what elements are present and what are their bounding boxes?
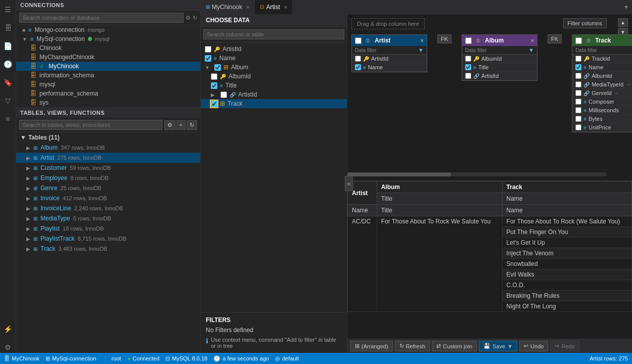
mychangedchinook-db-item[interactable]: 🗄 MyChangedChinook (16, 53, 200, 62)
check-album-albumid[interactable] (465, 56, 471, 62)
tvf-refresh-btn[interactable]: ↻ (187, 120, 197, 130)
check-artistid-fk[interactable] (220, 92, 227, 98)
layers-icon[interactable]: ▽ (3, 95, 14, 106)
refresh-button[interactable]: ↻ Refresh (395, 341, 430, 351)
performance-schema-db-item[interactable]: 🗄 performance_schema (16, 89, 200, 98)
check-album-title[interactable] (465, 64, 471, 70)
scrollbar-thumb[interactable] (347, 172, 451, 176)
status-connection-name[interactable]: ⊞ MySql-connection (46, 355, 96, 362)
tab-close-mychinook[interactable]: × (246, 4, 249, 10)
check-artist-name[interactable] (355, 64, 361, 70)
check-track-unitprice[interactable] (575, 124, 581, 130)
query-icon[interactable]: 📄 (3, 40, 14, 52)
entity-artist-select-all[interactable] (355, 37, 362, 44)
check-track-name[interactable] (575, 64, 581, 70)
choose-data-header: CHOOSE DATA (201, 14, 347, 27)
filter-icon[interactable]: ⚙ (186, 15, 191, 21)
redo-button[interactable]: ↪ Redo (550, 341, 579, 351)
choose-data-search-input[interactable] (203, 29, 344, 39)
filter-hint: ℹ Use context menu, command "Add to filt… (206, 337, 342, 349)
fk-btn-left[interactable]: FK (437, 34, 452, 43)
arranged-button[interactable]: ⊞ (Arranged) (350, 341, 393, 351)
collapse-panel-btn[interactable]: ≪ (345, 176, 353, 191)
plug-icon[interactable]: ⚡ (3, 324, 14, 335)
tree-artistid-fk[interactable]: ▶ 🔗 ArtistId (201, 90, 347, 99)
tree-track[interactable]: ⊞ Track (201, 99, 347, 108)
tvf-filter-btn[interactable]: ⚙ (164, 120, 175, 130)
undo-button[interactable]: ↩ Undo (519, 341, 548, 351)
artist-filter-icon[interactable]: ▼ (418, 47, 424, 53)
database-icon[interactable]: 🗄 (3, 22, 14, 33)
settings-icon[interactable]: ⚙ (3, 342, 14, 353)
tree-name[interactable]: ≡ Name (201, 54, 347, 63)
table-artist[interactable]: ▶ ⊞ Artist 275 rows, InnoDB (16, 153, 200, 163)
check-track-bytes[interactable] (575, 116, 581, 122)
table-mediatype[interactable]: ▶ ⊞ MediaType 5 rows, InnoDB (16, 213, 200, 223)
table-album[interactable]: ▶ ⊞ Album 347 rows, InnoDB (16, 143, 200, 153)
tree-artistid[interactable]: 🔑 ArtistId (201, 44, 347, 54)
history-icon[interactable]: 🕐 (3, 59, 14, 70)
mychinook-db-item[interactable]: 🗄 ✓ MyChinook (16, 62, 200, 71)
table-playlist[interactable]: ▶ ⊞ Playlist 18 rows, InnoDB (16, 223, 200, 234)
connections-search-input[interactable] (19, 13, 184, 23)
table-track[interactable]: ▶ ⊞ Track 3,483 rows, InnoDB (16, 244, 200, 254)
sys-db-item[interactable]: 🗄 sys (16, 98, 200, 107)
album-filter-icon[interactable]: ▼ (528, 47, 534, 53)
hamburger-menu-icon[interactable]: ☰ (3, 4, 14, 15)
check-track[interactable] (211, 101, 217, 107)
refresh-connections-icon[interactable]: ↻ (193, 15, 197, 21)
table-invoiceline[interactable]: ▶ ⊞ InvoiceLine 2,240 rows, InnoDB (16, 203, 200, 213)
bookmarks-icon[interactable]: 🔖 (3, 77, 14, 88)
check-track-milliseconds[interactable] (575, 107, 581, 113)
check-albumid[interactable] (211, 73, 217, 80)
filter-columns-box[interactable]: Filter columns (563, 18, 607, 28)
table-genre[interactable]: ▶ ⊞ Genre 25 rows, InnoDB (16, 183, 200, 193)
check-track-trackid[interactable] (575, 56, 581, 62)
status-db-name[interactable]: 🗄 MyChinook (4, 355, 39, 361)
check-name[interactable] (205, 55, 211, 62)
chinook-db-item[interactable]: 🗄 Chinook (16, 43, 200, 53)
mysql-connection-item[interactable]: ▼ ≡ MySql-connection mysql (16, 34, 200, 43)
check-artist-artistid[interactable] (355, 56, 361, 62)
tables-group[interactable]: ▼ Tables (11) (16, 132, 200, 143)
tree-albumid[interactable]: 🔑 AlbumId (201, 72, 347, 81)
table-invoice[interactable]: ▶ ⊞ Invoice 412 rows, InnoDB (16, 193, 200, 203)
check-album[interactable] (214, 64, 221, 71)
custom-join-button[interactable]: ⇄ Custom join (432, 341, 477, 351)
check-title[interactable] (211, 82, 217, 89)
tvf-search-input[interactable] (19, 120, 162, 130)
horizontal-scrollbar[interactable] (347, 172, 607, 176)
info-icon: ℹ (206, 337, 208, 345)
table-employee[interactable]: ▶ ⊞ Employee 8 rows, InnoDB (16, 173, 200, 183)
check-track-genreid[interactable] (575, 90, 581, 96)
tab-artist[interactable]: ⊡ Artist × (255, 0, 293, 14)
col-subheader-name: Name (348, 205, 377, 216)
entity-artist-close[interactable]: × (421, 37, 424, 43)
stack-icon[interactable]: ≡ (3, 113, 14, 124)
tab-close-artist[interactable]: × (284, 4, 287, 10)
fk-btn-right[interactable]: FK (548, 34, 562, 43)
tree-title[interactable]: ≡ Title (201, 81, 347, 90)
scroll-up-btn[interactable]: ▲ (618, 18, 628, 27)
check-track-mediatypeid[interactable] (575, 81, 581, 87)
add-tab-button[interactable]: + (624, 4, 628, 11)
tab-mychinook[interactable]: ⊞ MyChinook × (201, 0, 255, 14)
col-header-album: Album (377, 181, 502, 193)
table-customer[interactable]: ▶ ⊞ Customer 59 rows, InnoDB (16, 163, 200, 173)
information-schema-db-item[interactable]: 🗄 information_schema (16, 71, 200, 80)
check-artistid[interactable] (205, 46, 211, 53)
entity-album-close[interactable]: × (531, 37, 534, 43)
table-playlisttrack[interactable]: ▶ ⊞ PlaylistTrack 8,715 rows, InnoDB (16, 234, 200, 244)
check-track-albumid[interactable] (575, 73, 581, 79)
drag-drop-zone[interactable]: Drag & drop column here (351, 18, 425, 29)
check-track-composer[interactable] (575, 99, 581, 105)
check-album-artistid[interactable] (465, 73, 471, 79)
save-button[interactable]: 💾 Save ▼ (479, 341, 517, 351)
tree-album-group[interactable]: ▼ ⊞ Album (201, 63, 347, 72)
mongo-connection-item[interactable]: ■ ≡ Mongo-connection mongo (16, 25, 200, 34)
tvf-add-btn[interactable]: + (176, 120, 186, 130)
entity-album-select-all[interactable] (465, 37, 472, 44)
entity-track-select-all[interactable] (575, 37, 582, 44)
mysql-db-item[interactable]: 🗄 mysql (16, 80, 200, 89)
track-genreid-row: 🔗 GenreId → (572, 89, 632, 98)
